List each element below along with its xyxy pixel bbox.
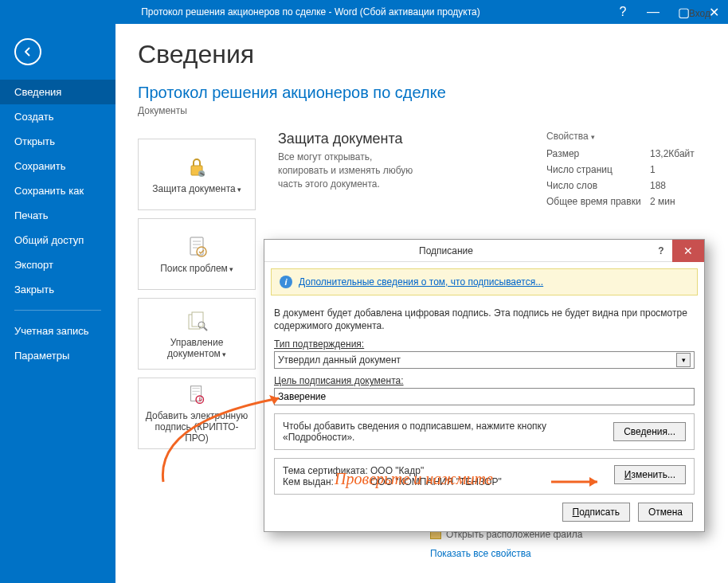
- cert-subject-label: Тема сертификата:: [283, 465, 370, 476]
- esign-tile-label: Добавить электроннуюподпись (КРИПТО-ПРО): [143, 410, 250, 444]
- signer-details-box: Чтобы добавить сведения о подписавшем, н…: [274, 413, 695, 450]
- sidebar-item-info[interactable]: Сведения: [0, 80, 115, 104]
- backstage-sidebar: Сведения Создать Открыть Сохранить Сохра…: [0, 24, 115, 583]
- prop-edit-time: Общее время правки2 мин: [546, 196, 706, 207]
- dialog-close-icon[interactable]: ✕: [672, 240, 704, 262]
- manage-tile-label: Управление документом: [167, 337, 223, 359]
- purpose-label: Цель подписания документа:: [274, 375, 695, 386]
- dialog-intro: В документ будет добавлена цифровая подп…: [274, 307, 695, 332]
- document-path: Документы: [138, 105, 706, 116]
- sidebar-item-export[interactable]: Экспорт: [0, 252, 115, 277]
- prop-pages: Число страниц1: [546, 164, 706, 175]
- chevron-down-icon: ▾: [591, 133, 595, 141]
- dialog-title: Подписание: [274, 245, 650, 256]
- manage-document-tile[interactable]: Управление документом▾: [138, 298, 256, 370]
- lock-icon: [184, 155, 209, 180]
- details-button[interactable]: Сведения...: [613, 422, 686, 441]
- sidebar-item-open[interactable]: Открыть: [0, 129, 115, 154]
- signer-hint-text: Чтобы добавить сведения о подписавшем, н…: [283, 421, 605, 443]
- protect-heading: Защита документа: [278, 131, 524, 147]
- inspect-document-tile[interactable]: Поиск проблем▾: [138, 218, 256, 290]
- signature-icon: [184, 383, 209, 407]
- svg-rect-6: [192, 312, 203, 327]
- commitment-type-select[interactable]: Утвердил данный документ ▾: [274, 351, 695, 369]
- dropdown-icon[interactable]: ▾: [676, 353, 691, 367]
- dialog-info-bar: i Дополнительные сведения о том, что под…: [271, 268, 698, 295]
- chevron-down-icon: ▾: [237, 186, 241, 194]
- chevron-down-icon: ▾: [222, 350, 226, 358]
- minimize-icon[interactable]: —: [645, 5, 661, 20]
- sidebar-item-share[interactable]: Общий доступ: [0, 228, 115, 252]
- sidebar-item-saveas[interactable]: Сохранить как: [0, 178, 115, 203]
- page-title: Сведения: [138, 40, 706, 69]
- arrow-left-icon: [21, 45, 35, 59]
- chevron-down-icon: ▾: [229, 265, 233, 273]
- help-icon[interactable]: ?: [615, 5, 631, 20]
- cert-issuer-value: ООО "КОМПАНИЯ "ТЕНЗОР": [370, 476, 530, 487]
- document-title: Протокол решения акционеров по сделке: [138, 84, 706, 102]
- sign-dialog: Подписание ? ✕ i Дополнительные сведения…: [264, 239, 705, 532]
- show-all-properties[interactable]: Показать все свойства: [430, 548, 582, 559]
- titlebar: Протокол решения акционеров по сделке - …: [0, 0, 728, 24]
- protect-tile-label: Защита документа: [152, 183, 235, 194]
- cert-subject-value: ООО "Кадр": [370, 465, 530, 476]
- cancel-button[interactable]: Отмена: [638, 503, 693, 522]
- sidebar-item-close[interactable]: Закрыть: [0, 277, 115, 302]
- sign-button[interactable]: Подписать: [562, 503, 630, 522]
- inspect-tile-label: Поиск проблем: [160, 263, 228, 274]
- document-check-icon: [184, 234, 209, 260]
- sidebar-separator: [14, 310, 101, 311]
- back-button[interactable]: [14, 38, 41, 65]
- dialog-help-icon[interactable]: ?: [650, 245, 672, 256]
- sidebar-item-print[interactable]: Печать: [0, 203, 115, 228]
- prop-words: Число слов188: [546, 180, 706, 191]
- properties-heading[interactable]: Свойства ▾: [546, 131, 706, 142]
- sidebar-item-account[interactable]: Учетная запись: [0, 319, 115, 343]
- signing-info-link[interactable]: Дополнительные сведения о том, что подпи…: [299, 276, 543, 288]
- window-title: Протокол решения акционеров по сделке - …: [6, 6, 615, 18]
- signin-link[interactable]: Вход: [689, 8, 710, 19]
- svg-line-8: [204, 327, 207, 331]
- certificate-box: Тема сертификата: Кем выдан: ООО "Кадр" …: [274, 458, 695, 495]
- add-esignature-tile[interactable]: Добавить электроннуюподпись (КРИПТО-ПРО): [138, 378, 256, 449]
- protect-document-tile[interactable]: Защита документа▾: [138, 139, 256, 210]
- documents-icon: [184, 308, 209, 334]
- sidebar-item-save[interactable]: Сохранить: [0, 154, 115, 178]
- sidebar-item-options[interactable]: Параметры: [0, 343, 115, 368]
- protect-text: Все могут открывать, копировать и изменя…: [278, 151, 421, 190]
- prop-size: Размер13,2Кбайт: [546, 148, 706, 159]
- change-cert-button[interactable]: Изменить...: [614, 465, 686, 484]
- cert-issuer-label: Кем выдан:: [283, 476, 370, 487]
- dialog-titlebar: Подписание ? ✕: [264, 240, 704, 262]
- purpose-input[interactable]: [274, 388, 695, 405]
- sidebar-item-new[interactable]: Создать: [0, 104, 115, 129]
- commitment-type-label: Тип подтверждения:: [274, 338, 695, 350]
- info-icon: i: [280, 276, 292, 288]
